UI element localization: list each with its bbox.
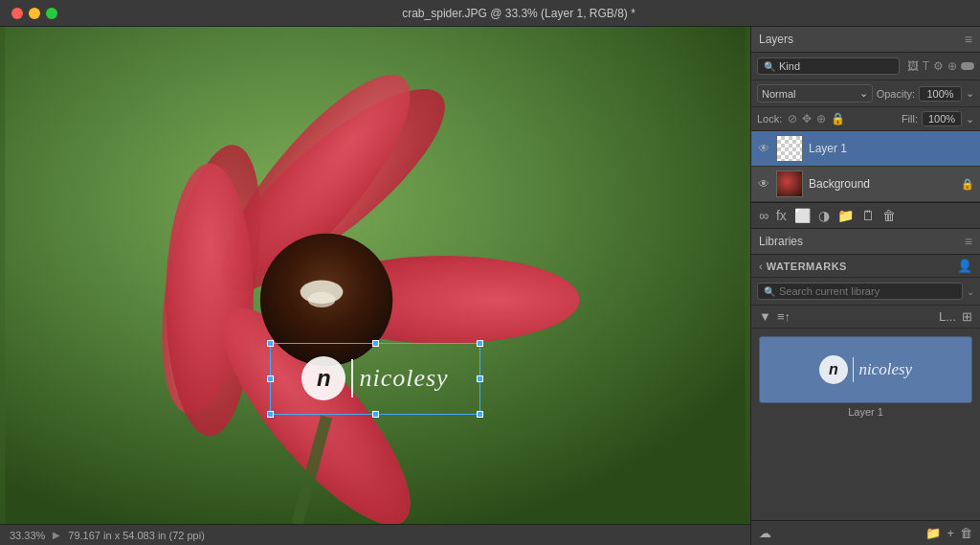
layers-search-row: 🔍 Kind 🖼 T ⚙ ⊕ xyxy=(751,53,980,80)
layer-item-background[interactable]: 👁 Background 🔒 xyxy=(751,167,980,202)
lib-wm-divider xyxy=(853,357,855,382)
lock-icons: ⊘ ✥ ⊕ 🔒 xyxy=(788,112,845,125)
search-icon: 🔍 xyxy=(764,61,775,72)
layer-fx-icon[interactable]: fx xyxy=(776,208,787,223)
opacity-value[interactable]: 100% xyxy=(919,86,962,102)
lock-label: Lock: xyxy=(757,113,782,125)
lib-trash-icon[interactable]: 🗑 xyxy=(960,526,972,540)
lock-pixels-icon[interactable]: ⊘ xyxy=(788,112,797,125)
layer-new-icon[interactable]: 🗒 xyxy=(861,208,875,223)
search-placeholder: Kind xyxy=(779,60,800,72)
lib-filter-row: ▼ ≡↑ L... ⊞ xyxy=(751,306,980,329)
filter-icons: 🖼 T ⚙ ⊕ xyxy=(907,59,974,73)
lib-search-box[interactable]: 🔍 Search current library xyxy=(757,283,963,300)
opacity-chevron: ⌄ xyxy=(966,87,974,100)
main-area: n nicolesy 33.33% ▶ 79.167 in x 54.083 xyxy=(0,27,980,545)
flower-svg xyxy=(0,27,750,524)
layers-panel-title: Layers xyxy=(759,33,793,46)
lib-wm-text: nicolesy xyxy=(858,360,912,379)
lib-section-label: WATERMARKS xyxy=(767,261,847,272)
wm-text: nicolesy xyxy=(359,364,448,393)
right-panel: Layers ≡ 🔍 Kind 🖼 T ⚙ ⊕ xyxy=(750,27,980,545)
lib-watermark: n nicolesy xyxy=(812,355,920,384)
layer-adjustment-icon[interactable]: ◑ xyxy=(818,208,830,223)
blend-row: Normal ⌄ Opacity: 100% ⌄ xyxy=(751,80,980,107)
background-thumbnail xyxy=(776,170,803,197)
layer-1-thumb-checker xyxy=(777,136,802,161)
layers-panel: Layers ≡ 🔍 Kind 🖼 T ⚙ ⊕ xyxy=(751,27,980,228)
status-arrow: ▶ xyxy=(53,530,60,540)
filter-icon-3[interactable]: ⚙ xyxy=(933,59,944,73)
wm-divider xyxy=(351,359,353,397)
background-lock-icon: 🔒 xyxy=(961,178,974,191)
canvas-image[interactable]: n nicolesy xyxy=(0,27,750,524)
lib-view-icons: L... ⊞ xyxy=(939,309,972,324)
layer-item-1[interactable]: 👁 Layer 1 xyxy=(751,131,980,167)
lib-person-icon[interactable]: 👤 xyxy=(957,259,972,273)
canvas-area[interactable]: n nicolesy 33.33% ▶ 79.167 in x 54.083 xyxy=(0,27,750,545)
dimensions-info: 79.167 in x 54.083 in (72 ppi) xyxy=(68,530,205,541)
filter-toggle[interactable] xyxy=(961,62,974,70)
fill-label: Fill: xyxy=(902,113,918,125)
lib-grid-view-icon[interactable]: ⊞ xyxy=(962,309,972,324)
lock-row: Lock: ⊘ ✥ ⊕ 🔒 Fill: 100% ⌄ xyxy=(751,107,980,131)
lib-section-actions: 👤 xyxy=(957,259,972,273)
layer-delete-icon[interactable]: 🗑 xyxy=(882,208,896,223)
close-button[interactable] xyxy=(11,8,23,19)
blend-mode-label: Normal xyxy=(762,88,795,100)
lib-dropdown-arrow[interactable]: ⌄ xyxy=(967,286,974,297)
layers-menu-icon[interactable]: ≡ xyxy=(965,32,972,47)
lib-item-1[interactable]: n nicolesy Layer 1 xyxy=(759,336,972,418)
lock-artboard-icon[interactable]: ⊕ xyxy=(816,112,826,125)
lib-filter-icon[interactable]: ▼ xyxy=(759,309,771,324)
lib-sort-icon[interactable]: ≡↑ xyxy=(777,309,791,324)
background-visibility-icon[interactable]: 👁 xyxy=(757,177,770,191)
lib-section-chevron[interactable]: ‹ xyxy=(759,261,763,272)
layers-panel-header: Layers ≡ xyxy=(751,27,980,53)
lib-wm-n-circle: n xyxy=(819,355,848,384)
fill-value[interactable]: 100% xyxy=(922,111,962,126)
lib-item-label: Layer 1 xyxy=(759,406,972,418)
blend-mode-select[interactable]: Normal ⌄ xyxy=(757,84,873,102)
layers-search-box[interactable]: 🔍 Kind xyxy=(757,57,900,75)
wm-n-circle: n xyxy=(301,356,345,400)
opacity-row: Opacity: 100% ⌄ xyxy=(877,86,974,102)
lock-all-icon[interactable]: 🔒 xyxy=(831,112,845,125)
layer-1-thumbnail xyxy=(776,135,803,162)
fill-chevron: ⌄ xyxy=(966,113,974,125)
traffic-lights xyxy=(11,8,57,19)
layer-mask-icon[interactable]: ⬜ xyxy=(794,208,811,223)
blend-chevron-icon: ⌄ xyxy=(859,87,868,100)
libraries-panel-title: Libraries xyxy=(759,235,803,248)
lib-add-icon[interactable]: + xyxy=(947,526,954,540)
background-layer-name: Background xyxy=(809,177,955,191)
lib-cloud-icon[interactable]: ☁ xyxy=(759,526,771,540)
layer-group-icon[interactable]: 📁 xyxy=(837,208,854,223)
lib-content[interactable]: n nicolesy Layer 1 xyxy=(751,329,980,520)
lib-search-placeholder: Search current library xyxy=(779,285,880,297)
lock-position-icon[interactable]: ✥ xyxy=(802,112,812,125)
lib-list-view-icon[interactable]: L... xyxy=(939,309,956,324)
layer-1-visibility-icon[interactable]: 👁 xyxy=(757,142,770,155)
lib-search-icon: 🔍 xyxy=(764,286,775,297)
libraries-panel-header: Libraries ≡ xyxy=(751,229,980,255)
layer-1-name: Layer 1 xyxy=(809,142,974,155)
lib-item-thumbnail: n nicolesy xyxy=(759,336,972,403)
minimize-button[interactable] xyxy=(29,8,40,19)
filter-icon-1[interactable]: 🖼 xyxy=(907,59,919,73)
filter-icon-2[interactable]: T xyxy=(923,59,929,73)
fill-row: Fill: 100% ⌄ xyxy=(902,111,974,126)
lib-bottom-bar: ☁ 📁 + 🗑 xyxy=(751,520,980,545)
svg-point-7 xyxy=(166,163,254,436)
watermark-overlay[interactable]: n nicolesy xyxy=(270,343,480,415)
layer-actions: ∞ fx ⬜ ◑ 📁 🗒 🗑 xyxy=(751,202,980,228)
opacity-label: Opacity: xyxy=(877,88,915,100)
filter-icon-4[interactable]: ⊕ xyxy=(947,59,957,73)
libraries-panel: Libraries ≡ ‹ WATERMARKS 👤 🔍 Search curr… xyxy=(751,228,980,545)
zoom-level: 33.33% xyxy=(10,530,45,541)
libraries-menu-icon[interactable]: ≡ xyxy=(965,234,972,249)
lib-search-row: 🔍 Search current library ⌄ xyxy=(751,278,980,306)
lib-folder-icon[interactable]: 📁 xyxy=(925,526,941,540)
layer-link-icon[interactable]: ∞ xyxy=(759,208,768,223)
maximize-button[interactable] xyxy=(46,8,57,19)
